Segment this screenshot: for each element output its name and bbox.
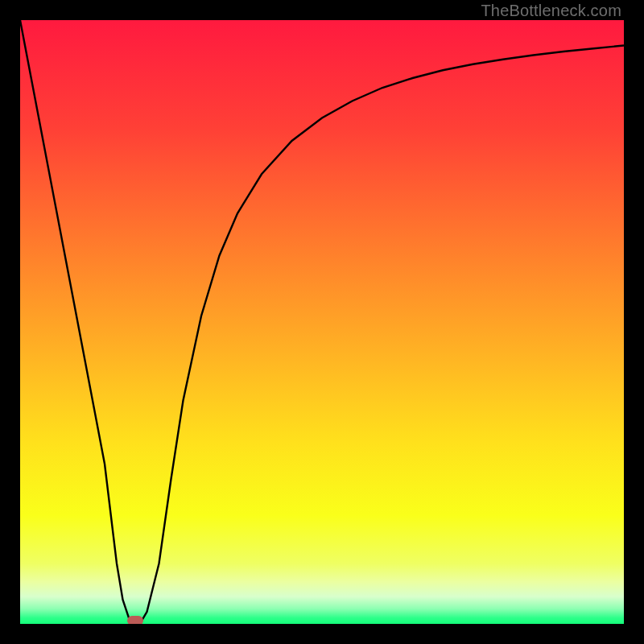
watermark-text: TheBottleneck.com [481, 2, 621, 20]
chart-frame: TheBottleneck.com [0, 0, 644, 644]
bottleneck-curve [20, 20, 624, 622]
optimal-marker [127, 616, 143, 624]
plot-area [20, 20, 624, 624]
curve-layer [20, 20, 624, 624]
